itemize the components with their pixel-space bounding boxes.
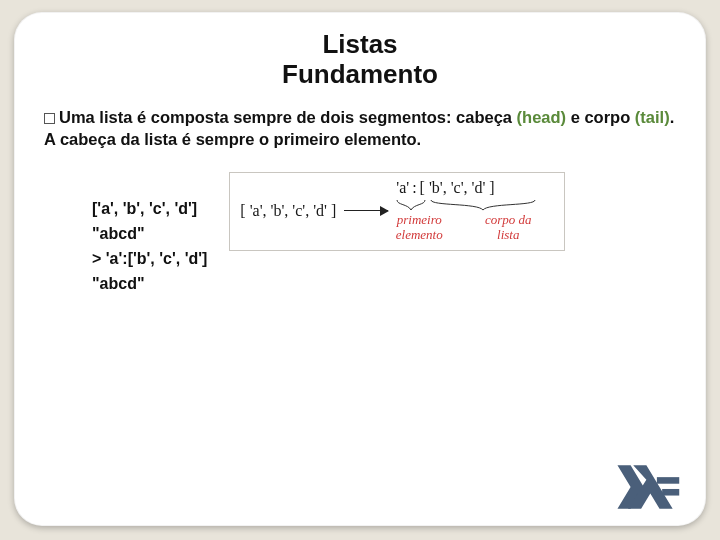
brace-icon (396, 199, 426, 211)
label-primeiro-elemento: primeiro elemento (390, 213, 448, 242)
code-line: > 'a':['b', 'c', 'd'] (92, 250, 207, 267)
code-line: ['a', 'b', 'c', 'd'] (92, 200, 197, 217)
brace-icon (430, 199, 536, 211)
head-tail-diagram: [ 'a', 'b', 'c', 'd' ] 'a': [ 'b', 'c', … (229, 172, 565, 251)
label-text: corpo da (485, 212, 532, 227)
svg-rect-3 (662, 489, 679, 496)
diagram-lhs: [ 'a', 'b', 'c', 'd' ] (240, 202, 336, 220)
diagram-rhs-top: 'a': [ 'b', 'c', 'd' ] (396, 179, 554, 197)
bullet-icon (44, 113, 55, 124)
diagram-top-row: [ 'a', 'b', 'c', 'd' ] 'a': [ 'b', 'c', … (240, 179, 554, 242)
body-paragraph: Uma lista é composta sempre de dois segm… (44, 106, 676, 151)
diagram-rest: [ 'b', 'c', 'd' ] (420, 179, 495, 197)
para-tail: (tail) (635, 108, 670, 126)
haskell-logo-icon (616, 464, 682, 510)
label-text: lista (497, 227, 519, 242)
label-text: elemento (396, 227, 443, 242)
label-corpo-lista: corpo da lista (462, 213, 554, 242)
content-row: ['a', 'b', 'c', 'd'] "abcd" > 'a':['b', … (44, 172, 676, 321)
diagram-head: 'a' (396, 179, 409, 197)
para-t2: e corpo (566, 108, 635, 126)
para-t1: lista é composta sempre de dois segmento… (95, 108, 517, 126)
label-text: primeiro (397, 212, 442, 227)
svg-rect-2 (657, 477, 679, 484)
arrow-icon (344, 210, 388, 211)
slide-card: Listas Fundamento Uma lista é composta s… (14, 12, 706, 526)
diagram-labels: primeiro elemento corpo da lista (396, 213, 554, 242)
code-line: "abcd" (92, 275, 145, 292)
code-line: "abcd" (92, 225, 145, 242)
para-head: (head) (517, 108, 567, 126)
title-line-2: Fundamento (282, 59, 438, 89)
para-lead: Uma (59, 108, 95, 126)
title-line-1: Listas (322, 29, 397, 59)
brace-row (396, 199, 554, 211)
code-block: ['a', 'b', 'c', 'd'] "abcd" > 'a':['b', … (92, 172, 207, 321)
diagram-rhs: 'a': [ 'b', 'c', 'd' ] (396, 179, 554, 242)
slide-title: Listas Fundamento (44, 30, 676, 90)
diagram-colon: : (412, 179, 416, 197)
